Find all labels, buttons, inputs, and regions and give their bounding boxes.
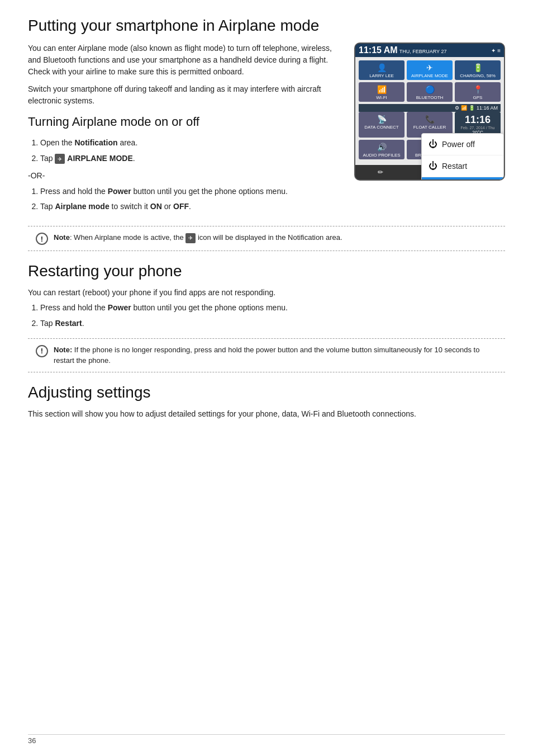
clock-big: 11:16 [457, 114, 498, 126]
second-status-time: 11:16 AM [477, 105, 498, 111]
intro-block: You can enter Airplane mode (also known … [28, 42, 505, 218]
steps-section: Open the Notification area. Tap ✈ AIRPLA… [28, 136, 343, 214]
intro-p1: You can enter Airplane mode (also known … [28, 42, 343, 78]
tile-charging[interactable]: 🔋 CHARGING, 58% [455, 60, 501, 80]
section2-intro: You can restart (reboot) your phone if y… [28, 288, 505, 297]
tile-audio-icon: 🔊 [361, 143, 402, 152]
step-1b: Press and hold the Power button until yo… [40, 185, 343, 199]
page-number: 36 [28, 736, 36, 745]
tile-gps-icon: 📍 [457, 85, 498, 94]
clock-date: Feb. 27, 2014 / Thu [457, 126, 498, 130]
tile-larry-lee[interactable]: 👤 LARRY LEE [359, 60, 404, 80]
tile-gps[interactable]: 📍 GPS [455, 82, 501, 102]
section2: Restarting your phone You can restart (r… [28, 262, 505, 372]
tile-airplane-label: AIRPLANE MODE [411, 73, 448, 78]
tile-charging-label: CHARGING, 58% [460, 73, 496, 78]
tile-wifi-label: WI-FI [376, 95, 387, 100]
section2-step2: Tap Restart. [40, 317, 505, 330]
tile-bluetooth-label: BLUETOOTH [416, 95, 444, 100]
phone-status-icons: ✦ ≡ [491, 48, 501, 54]
phone-status-bar: 11:15 AM THU, FEBRUARY 27 ✦ ≡ [355, 44, 504, 57]
tile-wifi-icon: 📶 [361, 85, 402, 94]
note-box-2: ! Note: If the phone is no longer respon… [28, 338, 505, 372]
step-1a: Open the Notification area. [40, 136, 343, 150]
power-off-icon: ⏻ [429, 139, 437, 149]
restart-label: Restart [442, 162, 467, 171]
power-menu: ⏻ Power off ⏻ Restart ✈ Airplane mode Ai… [421, 133, 504, 181]
step-2b: Tap Airplane mode to switch it ON or OFF… [40, 200, 343, 214]
tile-data-label: DATA CONNECT [364, 125, 398, 130]
step-2a: Tap ✈ AIRPLANE MODE. [40, 152, 343, 166]
section2-step1: Press and hold the Power button until yo… [40, 301, 505, 315]
second-status-signal-icon: 📶 [461, 105, 467, 111]
note-icon-2: ! [36, 345, 48, 357]
section3: Adjusting settings This section will sho… [28, 384, 505, 418]
airplane-mode-icon: ✈ [55, 154, 65, 164]
notif-row-1: 👤 LARRY LEE ✈ AIRPLANE MODE 🔋 CHARGING, … [359, 60, 501, 80]
intro-text: You can enter Airplane mode (also known … [28, 42, 343, 218]
phone-back-btn[interactable]: ✏ [378, 168, 383, 176]
tile-float-icon: 📞 [409, 115, 450, 124]
tile-bluetooth[interactable]: 🔵 BLUETOOTH [407, 82, 453, 102]
wifi-status-icon: ✦ [491, 48, 496, 54]
section2-steps: Press and hold the Power button until yo… [28, 301, 505, 330]
tile-gps-label: GPS [473, 95, 483, 100]
second-status-battery-icon: 🔋 [469, 105, 475, 111]
airplane-mode-item[interactable]: ✈ Airplane mode Airplane mode is OFF [422, 177, 503, 181]
tile-audio-label: AUDIO PROFILES [363, 153, 400, 158]
restart-icon: ⏻ [429, 161, 437, 171]
phone-time-display: 11:15 AM THU, FEBRUARY 27 [359, 45, 446, 55]
menu-icon: ≡ [497, 48, 501, 54]
power-off-item[interactable]: ⏻ Power off [422, 134, 503, 155]
phone-mockup-container: 11:15 AM THU, FEBRUARY 27 ✦ ≡ 👤 LARRY LE… [354, 42, 505, 218]
restart-item[interactable]: ⏻ Restart [422, 155, 503, 177]
bottom-line [28, 734, 505, 735]
tile-airplane-icon: ✈ [409, 63, 450, 72]
tile-wifi[interactable]: 📶 WI-FI [359, 82, 404, 102]
section2-title: Restarting your phone [28, 262, 505, 280]
phone-date: THU, FEBRUARY 27 [399, 49, 447, 54]
tile-airplane-mode[interactable]: ✈ AIRPLANE MODE [407, 60, 453, 80]
tile-float-label: FLOAT CALLER [413, 125, 446, 130]
tile-bluetooth-icon: 🔵 [409, 85, 450, 94]
power-off-label: Power off [442, 140, 475, 149]
notif-row-2: 📶 WI-FI 🔵 BLUETOOTH 📍 GPS [359, 82, 501, 102]
section3-intro: This section will show you how to adjust… [28, 409, 505, 418]
intro-p2: Switch your smartphone off during takeof… [28, 83, 343, 107]
note-airplane-icon: ✈ [185, 233, 196, 243]
tile-charging-icon: 🔋 [457, 63, 498, 72]
section3-title: Adjusting settings [28, 384, 505, 401]
phone-mockup: 11:15 AM THU, FEBRUARY 27 ✦ ≡ 👤 LARRY LE… [354, 42, 505, 181]
note-box-1: ! Note: When Airplane mode is active, th… [28, 226, 505, 251]
phone-time: 11:15 AM [359, 45, 398, 55]
note-text-2: Note: If the phone is no longer respondi… [54, 344, 497, 366]
tile-data-icon: 📡 [361, 115, 402, 124]
or-divider: -OR- [28, 170, 343, 182]
phone-second-status: ⚙ 📶 🔋 11:16 AM [359, 104, 501, 112]
section1-title: Putting your smartphone in Airplane mode [28, 17, 505, 35]
tile-larry-label: LARRY LEE [369, 73, 394, 78]
tile-person-icon: 👤 [361, 63, 402, 72]
note-icon-1: ! [36, 233, 48, 245]
subsection-title: Turning Airplane mode on or off [28, 112, 343, 131]
note-text-1: Note: When Airplane mode is active, the … [54, 232, 342, 243]
tile-data-connect[interactable]: 📡 DATA CONNECT [359, 112, 404, 138]
second-status-wifi-icon: ⚙ [455, 105, 459, 111]
tile-audio-profiles[interactable]: 🔊 AUDIO PROFILES [359, 140, 404, 159]
